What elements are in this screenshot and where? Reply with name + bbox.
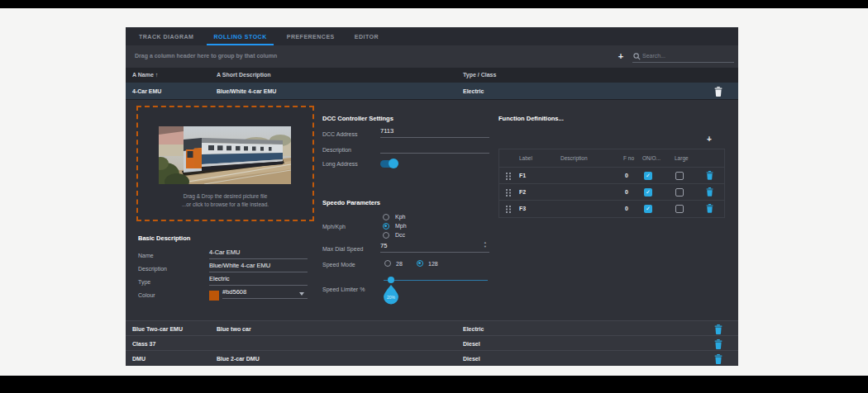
function-row[interactable]: F1 0 ✓ <box>499 168 724 184</box>
dcc-description-field[interactable] <box>380 143 489 154</box>
radio-28[interactable] <box>384 260 391 267</box>
function-label[interactable]: F1 <box>519 173 526 178</box>
func-col-label: Label <box>519 155 532 161</box>
grid-toolbar: Drag a column header here to group by th… <box>126 45 738 68</box>
radio-128-label: 128 <box>428 261 438 267</box>
grid-header-row: A Name ↑ A Short Description Type / Clas… <box>126 68 738 83</box>
grid-row[interactable]: Blue Two-car EMU Blue two car Electric <box>126 320 738 335</box>
row-name: DMU <box>132 356 145 362</box>
radio-128[interactable] <box>417 260 423 267</box>
delete-row-icon[interactable] <box>714 87 723 97</box>
detail-panel: Drag & Drop the desired picture file ...… <box>126 100 738 320</box>
tab-track-diagram[interactable]: TRACK DIAGRAM <box>129 27 203 45</box>
spinner-down-icon[interactable]: ▾ <box>482 244 489 249</box>
row-type: Diesel <box>463 356 480 362</box>
large-checkbox-unchecked[interactable] <box>675 188 684 196</box>
on-off-checkbox-checked[interactable]: ✓ <box>644 172 652 180</box>
check-icon: ✓ <box>646 189 651 195</box>
delete-function-icon[interactable] <box>706 187 713 196</box>
speed-limiter-label: Speed Limiter % <box>322 286 365 292</box>
func-col-large: Large <box>675 155 689 161</box>
type-label: Type <box>138 279 150 285</box>
picture-dropzone[interactable]: Drag & Drop the desired picture file ...… <box>136 106 314 221</box>
check-icon: ✓ <box>646 206 651 211</box>
tab-editor[interactable]: EDITOR <box>345 27 389 45</box>
delete-row-icon[interactable] <box>714 339 723 349</box>
letterbox-bottom <box>0 376 868 393</box>
drag-handle-icon[interactable] <box>506 173 511 180</box>
row-description: Blue 2-car DMU <box>217 356 260 362</box>
grid-row[interactable]: Class 37 Diesel <box>126 335 738 350</box>
tab-bar: TRACK DIAGRAM ROLLING STOCK PREFERENCES … <box>126 27 738 45</box>
group-by-hint: Drag a column header here to group by th… <box>135 53 277 59</box>
toggle-knob <box>389 159 398 168</box>
function-fno[interactable]: 0 <box>622 189 632 195</box>
max-dial-speed-label: Max Dial Speed <box>322 246 363 252</box>
radio-dcc[interactable] <box>383 232 389 239</box>
delete-function-icon[interactable] <box>706 204 713 213</box>
column-header-description[interactable]: A Short Description <box>217 72 270 78</box>
search-box <box>632 50 734 63</box>
row-name: Blue Two-car EMU <box>132 326 183 332</box>
column-header-name[interactable]: A Name ↑ <box>132 72 158 78</box>
svg-text:20%: 20% <box>387 295 396 300</box>
radio-kph-label: Kph <box>395 214 405 220</box>
letterbox-top <box>0 0 868 8</box>
colour-dropdown[interactable]: #bd5608 <box>222 288 308 299</box>
tab-rolling-stock[interactable]: ROLLING STOCK <box>203 27 276 45</box>
grid-row[interactable]: DMU Blue 2-car DMU Diesel <box>126 350 738 365</box>
row-type: Diesel <box>463 341 480 347</box>
dropzone-hint-line2: ...or click to browse for a file instead… <box>138 201 312 207</box>
description-label: Description <box>138 266 167 272</box>
dcc-address-label: DCC Address <box>322 131 357 137</box>
long-address-label: Long Address <box>322 161 358 167</box>
delete-row-icon[interactable] <box>714 324 723 334</box>
speed-limiter-slider-track[interactable] <box>384 280 488 281</box>
spinner-stepper[interactable]: ▴ ▾ <box>482 240 489 250</box>
colour-label: Colour <box>138 292 155 298</box>
name-label: Name <box>138 253 154 258</box>
long-address-toggle[interactable] <box>380 160 398 168</box>
speed-limiter-tooltip: 20% <box>383 285 399 305</box>
max-dial-speed-field[interactable]: 75 <box>380 242 489 253</box>
description-field[interactable]: Blue/White 4-car EMU <box>209 262 308 272</box>
speedo-parameters-title: Speedo Parameters <box>322 199 380 206</box>
function-row[interactable]: F2 0 ✓ <box>499 184 724 201</box>
speed-limiter-slider-handle[interactable] <box>388 277 394 283</box>
tab-preferences[interactable]: PREFERENCES <box>277 27 345 45</box>
function-label[interactable]: F3 <box>519 206 526 211</box>
add-stock-button[interactable]: + <box>615 50 627 62</box>
column-header-type[interactable]: Type / Class <box>463 72 496 78</box>
large-checkbox-unchecked[interactable] <box>675 172 684 180</box>
dropdown-caret-icon[interactable] <box>299 292 304 296</box>
delete-row-icon[interactable] <box>714 354 723 364</box>
func-col-description: Description <box>560 155 588 161</box>
type-field[interactable]: Electric <box>209 275 308 286</box>
dcc-settings-title: DCC Controller Settings <box>322 115 393 122</box>
drag-handle-icon[interactable] <box>506 189 511 196</box>
on-off-checkbox-checked[interactable]: ✓ <box>644 188 652 196</box>
function-table: Label Description F no ON/O... Large F1 … <box>498 149 725 218</box>
function-fno[interactable]: 0 <box>622 206 632 211</box>
radio-dcc-label: Dcc <box>395 232 405 238</box>
function-row[interactable]: F3 0 ✓ <box>499 201 724 217</box>
search-input[interactable] <box>642 50 732 61</box>
screenshot-canvas: TRACK DIAGRAM ROLLING STOCK PREFERENCES … <box>0 0 868 393</box>
function-fno[interactable]: 0 <box>622 173 632 178</box>
on-off-checkbox-checked[interactable]: ✓ <box>644 205 652 213</box>
radio-mph[interactable] <box>383 223 389 230</box>
function-label[interactable]: F2 <box>519 189 526 195</box>
drag-handle-icon[interactable] <box>506 206 511 213</box>
grid-row-selected[interactable]: 4-Car EMU Blue/White 4-car EMU Electric <box>126 83 738 100</box>
func-col-on: ON/O... <box>642 155 661 161</box>
dcc-address-field[interactable]: 7113 <box>380 127 489 138</box>
add-function-button[interactable]: + <box>703 134 715 145</box>
name-field[interactable]: 4-Car EMU <box>209 249 308 259</box>
delete-function-icon[interactable] <box>706 171 713 180</box>
large-checkbox-unchecked[interactable] <box>675 205 684 213</box>
speed-mode-label: Speed Mode <box>322 262 355 268</box>
radio-kph[interactable] <box>383 214 389 220</box>
check-icon: ✓ <box>646 173 651 178</box>
search-icon <box>633 53 641 60</box>
function-definitions-title: Function Definitions... <box>498 115 564 122</box>
